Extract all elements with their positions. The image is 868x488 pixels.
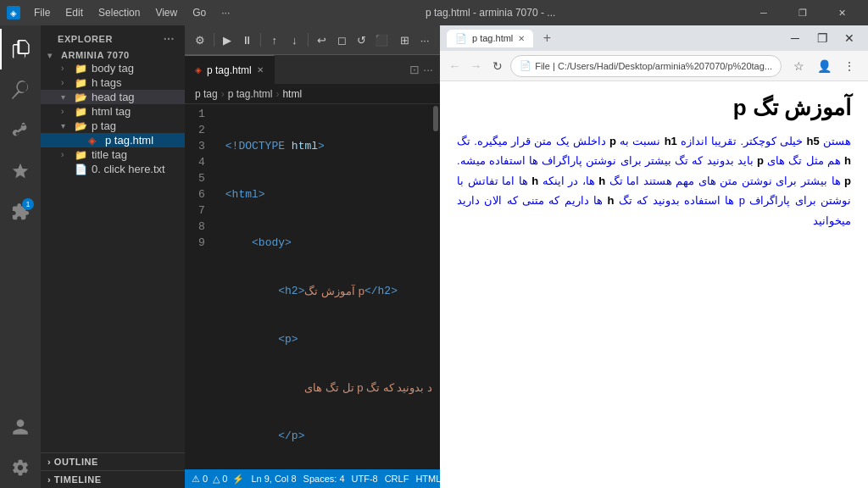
status-language[interactable]: HTML	[415, 474, 440, 484]
browser-new-tab-btn[interactable]: +	[537, 28, 557, 48]
toolbar-pause-btn[interactable]: ⏸	[239, 29, 256, 51]
tree-root[interactable]: ▾ ARMINIA 7070	[41, 49, 185, 61]
tab-bar: ◈ p tag.html ✕ ⊡ ···	[185, 55, 440, 85]
menu-view[interactable]: View	[148, 5, 184, 20]
status-errors[interactable]: ⚠ 0	[192, 474, 208, 485]
sidebar-item-p-tag-html[interactable]: › ◈ p tag.html	[41, 133, 185, 147]
browser-menu-btn[interactable]: ⋮	[837, 54, 861, 78]
toolbar-sep-1	[214, 33, 214, 47]
explorer-activity-icon[interactable]	[0, 29, 41, 69]
more-actions-icon[interactable]: ···	[423, 63, 433, 76]
sidebar-item-title-tag[interactable]: › 📁 title tag	[41, 147, 185, 162]
toolbar-more-btn[interactable]: ···	[416, 29, 433, 51]
folder-icon: 📁	[75, 149, 88, 161]
browser-text-11: ها	[589, 194, 608, 207]
folder-open-icon: 📂	[75, 120, 88, 132]
line-num-5: 5	[198, 170, 205, 186]
line-num-2: 2	[198, 122, 205, 138]
scrollbar-track[interactable]	[431, 104, 440, 469]
toolbar-settings-btn[interactable]: ⚙	[192, 29, 209, 51]
browser-close-btn[interactable]: ✕	[837, 26, 861, 50]
debug-activity-icon[interactable]	[0, 151, 41, 191]
head-tag-arrow: ▾	[61, 92, 75, 102]
maximize-button[interactable]: ❐	[783, 0, 822, 25]
line-num-9: 9	[198, 235, 205, 251]
sidebar-more-icon[interactable]: ···	[164, 32, 175, 46]
folder-icon: 📁	[75, 63, 88, 75]
browser-back-btn[interactable]: ←	[447, 54, 463, 78]
search-activity-icon[interactable]	[0, 69, 41, 110]
p-content-token: تل تگ های p باید بدونید که تگ	[304, 380, 431, 396]
sidebar-item-click-here[interactable]: › 📄 0. click here.txt	[41, 162, 185, 176]
sidebar: EXPLORER ··· ▾ ARMINIA 7070 › 📁 body tag…	[41, 25, 185, 488]
window-controls: ─ ❐ ✕	[744, 0, 861, 25]
browser-minimize-btn[interactable]: ─	[783, 26, 807, 50]
tab-label: p tag.html	[207, 64, 252, 76]
activity-bar	[0, 25, 41, 488]
menu-edit[interactable]: Edit	[58, 5, 90, 20]
scrollbar-thumb[interactable]	[433, 106, 438, 131]
body-tag-label: body tag	[92, 62, 134, 75]
account-activity-icon[interactable]	[0, 407, 41, 447]
h-highlight-4: h	[608, 194, 615, 207]
sidebar-item-h-tags[interactable]: › 📁 h tags	[41, 75, 185, 90]
status-spaces[interactable]: Spaces: 4	[303, 474, 345, 484]
body-open-token: <body>	[252, 235, 292, 251]
tab-p-tag-html[interactable]: ◈ p tag.html ✕	[185, 55, 275, 85]
toolbar-up-btn[interactable]: ↑	[266, 29, 283, 51]
code-content[interactable]: <!DOCTYPE html> <html> <body> <h2>آموزش …	[212, 104, 431, 469]
extensions-activity-icon[interactable]	[0, 191, 41, 232]
breadcrumb-item-2[interactable]: p tag.html	[228, 88, 273, 100]
p-link-highlight: p	[739, 194, 745, 207]
browser-forward-btn[interactable]: →	[468, 54, 484, 78]
toolbar-run-btn[interactable]: ▶	[219, 29, 236, 51]
sidebar-item-html-tag[interactable]: › 📁 html tag	[41, 104, 185, 119]
toolbar-down-btn[interactable]: ↓	[287, 29, 303, 51]
sidebar-item-body-tag[interactable]: › 📁 body tag	[41, 61, 185, 75]
menu-go[interactable]: Go	[186, 5, 213, 20]
browser-tab-close-btn[interactable]: ✕	[518, 34, 525, 43]
status-info[interactable]: ⚡	[232, 474, 244, 485]
minimize-button[interactable]: ─	[744, 0, 783, 25]
url-bar[interactable]: 📄 File | C:/Users/Hadi/Desktop/arminia%2…	[510, 55, 782, 77]
menu-ellipsis[interactable]: ···	[214, 5, 236, 20]
sidebar-item-head-tag[interactable]: ▾ 📂 head tag	[41, 90, 185, 104]
split-editor-icon[interactable]: ⊡	[409, 63, 420, 76]
close-button[interactable]: ✕	[822, 0, 861, 25]
line-num-3: 3	[198, 138, 205, 154]
breadcrumb-item-3[interactable]: html	[282, 88, 302, 100]
toolbar-block-btn[interactable]: ⬛	[373, 29, 390, 51]
breadcrumb-item-1[interactable]: p tag	[195, 88, 218, 100]
menu-file[interactable]: File	[27, 5, 57, 20]
source-control-activity-icon[interactable]	[0, 110, 41, 151]
browser-text-8: ها، در اینکه	[538, 175, 598, 187]
root-arrow: ▾	[47, 51, 61, 60]
tab-close-btn[interactable]: ✕	[257, 65, 264, 75]
p-close-token: </p>	[278, 428, 304, 444]
head-tag-label: head tag	[92, 91, 135, 103]
menu-selection[interactable]: Selection	[92, 5, 147, 20]
outline-header[interactable]: › OUTLINE	[41, 453, 185, 470]
title-bar: ◈ File Edit Selection View Go ··· p tag.…	[0, 0, 868, 25]
browser-title-bar: 📄 p tag.html ✕ + ─ ❐ ✕	[440, 25, 868, 51]
sidebar-item-p-tag[interactable]: ▾ 📂 p tag	[41, 119, 185, 133]
browser-star-btn[interactable]: ☆	[787, 54, 810, 78]
code-editor[interactable]: 1 2 3 4 5 6 7 8 9 <!DOCTYPE html> <html>…	[185, 104, 440, 469]
status-position[interactable]: Ln 9, Col 8	[251, 474, 296, 484]
status-eol[interactable]: CRLF	[385, 474, 409, 484]
file-tree: ▾ ARMINIA 7070 › 📁 body tag › 📁 h tags ▾…	[41, 49, 185, 452]
browser-profile-btn[interactable]: 👤	[812, 54, 836, 78]
browser-tab[interactable]: 📄 p tag.html ✕	[447, 30, 533, 47]
toolbar-split-btn[interactable]: ⊞	[397, 29, 414, 51]
timeline-header[interactable]: › TIMELINE	[41, 471, 185, 488]
browser-text-2: خیلی کوچکتر. تقریبا اندازه	[677, 135, 807, 147]
toolbar-refresh-btn[interactable]: ↺	[353, 29, 370, 51]
status-warnings[interactable]: △ 0	[213, 474, 227, 485]
browser-maximize-btn[interactable]: ❐	[810, 26, 834, 50]
settings-activity-icon[interactable]	[0, 447, 41, 488]
status-encoding[interactable]: UTF-8	[352, 474, 378, 484]
toolbar-stop-btn[interactable]: ◻	[333, 29, 350, 51]
toolbar-undo-btn[interactable]: ↩	[314, 29, 331, 51]
browser-refresh-btn[interactable]: ↻	[489, 54, 505, 78]
indent-4	[225, 283, 278, 299]
